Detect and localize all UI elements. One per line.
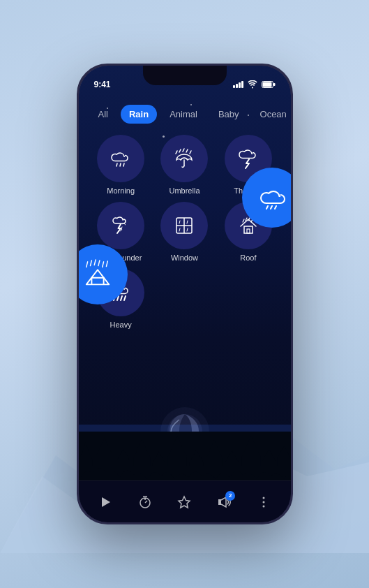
svg-line-30 — [243, 219, 244, 222]
svg-line-26 — [179, 221, 180, 223]
svg-line-20 — [186, 149, 188, 152]
svg-line-28 — [179, 228, 180, 231]
night-scene — [79, 369, 291, 480]
battery-icon — [262, 81, 276, 88]
svg-line-17 — [176, 151, 177, 154]
svg-point-52 — [263, 505, 265, 507]
svg-line-19 — [183, 149, 184, 152]
tab-animal[interactable]: Animal — [161, 105, 206, 124]
svg-rect-4 — [273, 83, 276, 86]
svg-marker-49 — [218, 499, 221, 505]
svg-point-50 — [263, 497, 265, 499]
nav-sounds[interactable]: 2 — [210, 488, 238, 516]
svg-marker-43 — [102, 497, 110, 507]
umbrella-icon — [173, 147, 195, 170]
window-icon — [174, 215, 195, 236]
forest — [79, 432, 291, 480]
sound-grid-row1: Morning — [90, 135, 280, 329]
svg-line-16 — [123, 163, 124, 166]
thunder-icon — [237, 148, 259, 169]
far-thunder-icon — [110, 215, 132, 236]
phone-frame: 9:41 — [77, 64, 293, 524]
sound-label-roof: Roof — [240, 253, 256, 262]
svg-line-18 — [179, 149, 181, 152]
svg-marker-48 — [179, 497, 190, 508]
svg-rect-34 — [244, 226, 253, 233]
svg-line-29 — [187, 228, 188, 231]
tab-baby[interactable]: Baby — [210, 105, 248, 124]
svg-line-5 — [266, 206, 268, 209]
svg-line-11 — [98, 260, 99, 266]
svg-line-6 — [271, 206, 272, 209]
nav-more[interactable] — [250, 488, 278, 516]
sound-circle-far-thunder — [97, 202, 144, 249]
sounds-badge: 2 — [225, 491, 235, 501]
star-icon — [177, 495, 191, 509]
tab-ocean[interactable]: Ocean — [252, 105, 291, 124]
sound-item-morning[interactable]: Morning — [93, 135, 149, 195]
svg-line-13 — [106, 261, 107, 267]
svg-line-39 — [124, 296, 126, 300]
svg-rect-3 — [262, 82, 271, 87]
signal-icon — [233, 81, 243, 88]
notch — [143, 66, 227, 85]
bottom-nav: 2 — [79, 480, 291, 522]
svg-line-9 — [90, 260, 91, 266]
tab-rain[interactable]: Rain — [121, 105, 157, 124]
play-icon — [98, 495, 112, 509]
status-time: 9:41 — [94, 80, 111, 89]
sound-item-window[interactable]: Window — [156, 202, 213, 262]
sound-item-umbrella[interactable]: Umbrella — [156, 135, 213, 195]
svg-line-27 — [187, 221, 188, 223]
svg-line-15 — [120, 163, 121, 166]
sound-label-heavy: Heavy — [110, 321, 132, 329]
svg-line-7 — [275, 206, 276, 209]
sound-circle-morning — [97, 135, 144, 182]
svg-line-10 — [94, 260, 96, 265]
sound-label-morning: Morning — [107, 186, 135, 195]
svg-line-38 — [121, 296, 122, 300]
category-tabs: All Rain Animal Baby Ocean — [90, 96, 280, 135]
tab-all[interactable]: All — [90, 105, 116, 124]
nav-play[interactable] — [91, 488, 119, 516]
sound-label-umbrella: Umbrella — [169, 186, 199, 195]
status-icons — [233, 80, 276, 89]
svg-line-46 — [145, 501, 147, 503]
nav-timer[interactable] — [131, 488, 159, 516]
svg-line-12 — [102, 262, 103, 267]
svg-line-8 — [86, 262, 87, 267]
sound-label-window: Window — [171, 253, 198, 262]
svg-line-21 — [190, 151, 191, 154]
screen: 9:41 — [79, 66, 291, 522]
morning-rain-icon — [110, 148, 132, 169]
nav-favorites[interactable] — [170, 488, 198, 516]
more-icon — [257, 495, 271, 509]
svg-rect-35 — [247, 229, 250, 233]
cloud-rain-large-icon — [255, 182, 289, 213]
tent-rain-large-icon — [81, 259, 114, 290]
timer-icon — [138, 495, 152, 509]
svg-line-14 — [116, 163, 117, 166]
sound-circle-window — [160, 202, 208, 249]
wifi-icon — [248, 80, 257, 89]
sound-circle-umbrella — [160, 135, 208, 182]
svg-point-51 — [263, 501, 265, 503]
